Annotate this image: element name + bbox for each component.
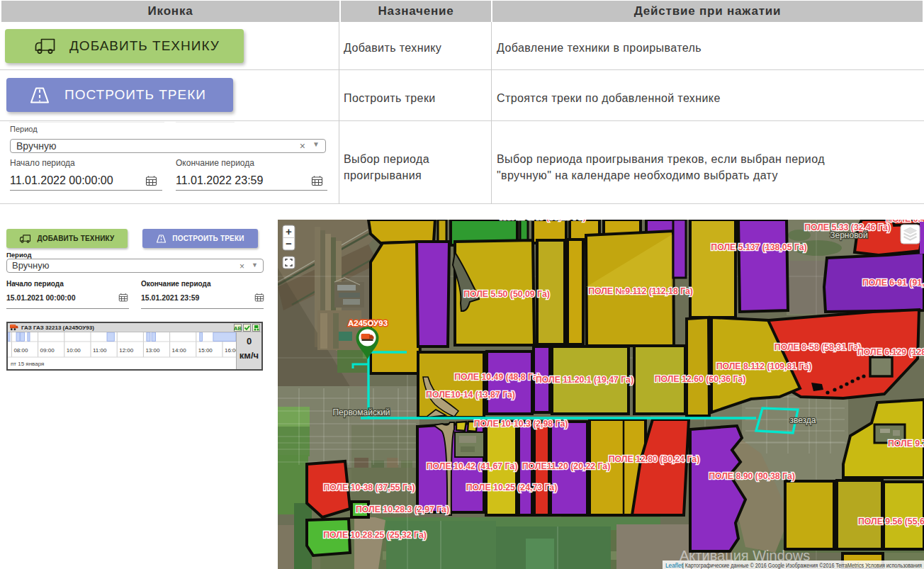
svg-text:ПОЛЕ №9.112 (112,18 Га): ПОЛЕ №9.112 (112,18 Га) bbox=[588, 286, 693, 296]
svg-text:09:00: 09:00 bbox=[40, 347, 55, 354]
svg-text:ПОЛЕ10-14 (13,87 Га): ПОЛЕ10-14 (13,87 Га) bbox=[426, 390, 515, 400]
svg-text:ПОЛЕ 8.112 (109,81 Га): ПОЛЕ 8.112 (109,81 Га) bbox=[716, 361, 812, 371]
svg-text:ПОЛЕ 12.60 (60,36 Га): ПОЛЕ 12.60 (60,36 Га) bbox=[655, 374, 746, 384]
svg-text:Leaflet: Leaflet bbox=[665, 562, 684, 569]
svg-text:ПОЛЕ 10-38 (37,55 Га): ПОЛЕ 10-38 (37,55 Га) bbox=[323, 483, 415, 492]
svg-text:ПОЛЕ 5.50 (50,09 Га): ПОЛЕ 5.50 (50,09 Га) bbox=[463, 289, 550, 299]
svg-text:ПОЛЕ 10-10.3 (2,98 Га): ПОЛЕ 10-10.3 (2,98 Га) bbox=[474, 419, 568, 429]
svg-text:ПОЛЕ11.20 (20,22 Га): ПОЛЕ11.20 (20,22 Га) bbox=[522, 461, 610, 471]
svg-text:ПОЛЕ 5.46 (35,15 Га): ПОЛЕ 5.46 (35,15 Га) bbox=[500, 220, 586, 222]
svg-text:звезда: звезда bbox=[789, 415, 816, 425]
svg-text:+: + bbox=[286, 225, 292, 237]
svg-text:ПОЛЕ 10.28.25 (25,32 Га): ПОЛЕ 10.28.25 (25,32 Га) bbox=[323, 530, 427, 540]
svg-text:| Картографические данные © 20: | Картографические данные © 2016 Google … bbox=[682, 562, 922, 569]
svg-text:ПОЛЕ 10.28.3 (2,97 Га): ПОЛЕ 10.28.3 (2,97 Га) bbox=[356, 505, 449, 514]
svg-text:Первомайский: Первомайский bbox=[332, 407, 390, 417]
svg-text:ПОЛЕ 6-91 (91,4: ПОЛЕ 6-91 (91,4 bbox=[862, 278, 924, 288]
svg-text:ПОЛЕ 9.7: ПОЛЕ 9.7 bbox=[888, 439, 924, 449]
svg-text:АВ: АВ bbox=[234, 325, 242, 332]
svg-text:ПОЛЕ 12.80 (80,24 Га): ПОЛЕ 12.80 (80,24 Га) bbox=[609, 454, 700, 464]
svg-text:Зерновой: Зерновой bbox=[830, 230, 868, 240]
svg-text:08:00: 08:00 bbox=[13, 347, 28, 354]
svg-text:10:00: 10:00 bbox=[67, 347, 81, 354]
svg-text:15:00: 15:00 bbox=[198, 347, 213, 354]
svg-text:ПОЛЕ 10.25 (24,73 Га): ПОЛЕ 10.25 (24,73 Га) bbox=[466, 483, 558, 492]
svg-text:ПОЛЕ 8-58 (58,31 Га): ПОЛЕ 8-58 (58,31 Га) bbox=[774, 342, 861, 352]
svg-text:ПОЛЕ 9.56 (55,61: ПОЛЕ 9.56 (55,61 bbox=[858, 517, 924, 526]
svg-text:ПОЛЕ 8.90 (90,38 Га): ПОЛЕ 8.90 (90,38 Га) bbox=[709, 471, 795, 481]
svg-text:11:00: 11:00 bbox=[93, 347, 107, 354]
svg-text:ПОЛЕ 6.4: ПОЛЕ 6.4 bbox=[886, 220, 924, 224]
svg-text:16:00: 16:00 bbox=[225, 347, 236, 354]
svg-text:14:00: 14:00 bbox=[172, 347, 187, 354]
svg-text:пт 15 января: пт 15 января bbox=[11, 361, 44, 367]
svg-text:ПОЛЕ 10.42 (41,67 Га): ПОЛЕ 10.42 (41,67 Га) bbox=[427, 461, 518, 471]
svg-text:−: − bbox=[286, 237, 292, 249]
svg-text:А245ОУ93: А245ОУ93 bbox=[348, 319, 388, 327]
svg-text:13:00: 13:00 bbox=[145, 347, 160, 354]
svg-text:12:00: 12:00 bbox=[119, 347, 134, 354]
svg-text:ПОЛЕ 6.129 (128,3: ПОЛЕ 6.129 (128,3 bbox=[857, 347, 924, 357]
svg-text:ПОЛЕ 10.49 (48,8 Га): ПОЛЕ 10.49 (48,8 Га) bbox=[454, 372, 541, 382]
svg-text:ПОЛЕ 5.137 (138,05 Га): ПОЛЕ 5.137 (138,05 Га) bbox=[711, 242, 806, 252]
svg-text:ПОЛЕ 11.20.1 (19,47 Га): ПОЛЕ 11.20.1 (19,47 Га) bbox=[536, 375, 633, 385]
